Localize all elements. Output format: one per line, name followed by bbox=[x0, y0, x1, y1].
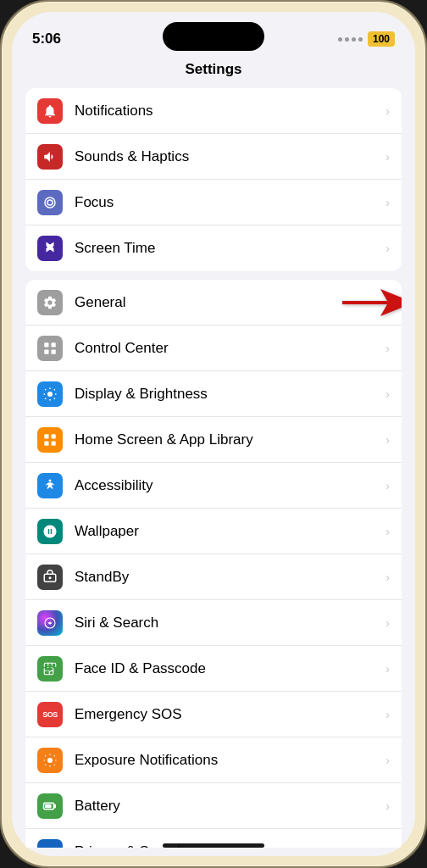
settings-row-display[interactable]: Display & Brightness › bbox=[25, 371, 402, 417]
settings-row-general[interactable]: General › bbox=[25, 280, 402, 326]
settings-row-siri[interactable]: Siri & Search › bbox=[25, 600, 402, 646]
privacy-icon bbox=[37, 839, 63, 848]
settings-row-exposure[interactable]: Exposure Notifications › bbox=[25, 737, 402, 783]
battery-indicator: 100 bbox=[368, 31, 395, 47]
home-screen-icon bbox=[37, 427, 63, 453]
svg-marker-0 bbox=[342, 289, 402, 316]
control-center-chevron: › bbox=[385, 342, 390, 355]
red-arrow-indicator bbox=[338, 286, 402, 320]
dynamic-island bbox=[163, 22, 264, 51]
wallpaper-label: Wallpaper bbox=[75, 523, 379, 540]
settings-group-1: Notifications › Sounds & Haptics › Focus… bbox=[25, 88, 402, 271]
settings-row-accessibility[interactable]: Accessibility › bbox=[25, 463, 402, 509]
wallpaper-icon bbox=[37, 519, 63, 544]
svg-point-10 bbox=[49, 479, 52, 481]
focus-label: Focus bbox=[75, 194, 379, 211]
standby-chevron: › bbox=[385, 570, 390, 584]
emergency-sos-icon: SOS bbox=[37, 702, 63, 727]
svg-rect-9 bbox=[52, 441, 56, 445]
screen-time-icon bbox=[37, 236, 63, 261]
display-label: Display & Brightness bbox=[75, 386, 379, 403]
display-icon bbox=[37, 381, 63, 407]
status-right: 100 bbox=[338, 31, 395, 47]
svg-rect-8 bbox=[44, 441, 48, 445]
svg-rect-18 bbox=[45, 804, 52, 808]
signal-dots bbox=[338, 37, 363, 42]
face-id-icon bbox=[37, 656, 63, 682]
sounds-chevron: › bbox=[385, 150, 390, 164]
focus-chevron: › bbox=[385, 196, 390, 209]
signal-dot-4 bbox=[358, 37, 363, 42]
settings-row-emergency-sos[interactable]: SOS Emergency SOS › bbox=[25, 692, 402, 737]
svg-rect-6 bbox=[44, 434, 48, 438]
sounds-icon bbox=[37, 144, 63, 170]
phone-screen: 5:06 100 Settings bbox=[12, 12, 415, 856]
status-bar: 5:06 100 bbox=[12, 12, 415, 54]
face-id-chevron: › bbox=[385, 662, 390, 676]
wallpaper-chevron: › bbox=[385, 525, 390, 538]
notifications-icon bbox=[37, 98, 63, 124]
signal-dot-1 bbox=[338, 37, 342, 42]
settings-row-control-center[interactable]: Control Center › bbox=[25, 326, 402, 371]
svg-rect-4 bbox=[52, 349, 56, 353]
control-center-label: Control Center bbox=[75, 340, 379, 357]
status-time: 5:06 bbox=[32, 31, 61, 47]
svg-rect-7 bbox=[52, 434, 56, 438]
notifications-chevron: › bbox=[385, 104, 390, 118]
focus-icon bbox=[37, 190, 63, 215]
standby-icon bbox=[37, 565, 63, 590]
settings-row-focus[interactable]: Focus › bbox=[25, 180, 402, 225]
svg-point-12 bbox=[49, 576, 52, 579]
siri-icon bbox=[37, 610, 63, 636]
svg-point-15 bbox=[52, 666, 53, 668]
battery-label: Battery bbox=[75, 798, 379, 815]
svg-rect-1 bbox=[44, 342, 48, 347]
home-screen-chevron: › bbox=[385, 433, 390, 447]
siri-label: Siri & Search bbox=[75, 615, 379, 632]
settings-row-wallpaper[interactable]: Wallpaper › bbox=[25, 509, 402, 554]
emergency-sos-label: Emergency SOS bbox=[75, 706, 379, 723]
emergency-sos-chevron: › bbox=[385, 708, 390, 721]
privacy-chevron: › bbox=[385, 845, 390, 848]
face-id-label: Face ID & Passcode bbox=[75, 660, 379, 677]
screen-time-label: Screen Time bbox=[75, 240, 379, 257]
signal-dot-3 bbox=[352, 37, 356, 42]
general-label: General bbox=[75, 294, 318, 311]
signal-dot-2 bbox=[345, 37, 349, 42]
notifications-label: Notifications bbox=[75, 103, 379, 120]
accessibility-chevron: › bbox=[385, 479, 390, 492]
settings-row-battery[interactable]: Battery › bbox=[25, 783, 402, 829]
home-indicator bbox=[163, 843, 264, 848]
settings-row-home-screen[interactable]: Home Screen & App Library › bbox=[25, 417, 402, 463]
battery-icon bbox=[37, 793, 63, 819]
display-chevron: › bbox=[385, 387, 390, 401]
settings-row-notifications[interactable]: Notifications › bbox=[25, 88, 402, 134]
settings-row-screen-time[interactable]: Screen Time › bbox=[25, 225, 402, 271]
sounds-label: Sounds & Haptics bbox=[75, 148, 379, 165]
control-center-icon bbox=[37, 336, 63, 361]
settings-row-face-id[interactable]: Face ID & Passcode › bbox=[25, 646, 402, 692]
svg-rect-2 bbox=[52, 342, 56, 347]
phone-frame: 5:06 100 Settings bbox=[0, 0, 427, 868]
exposure-label: Exposure Notifications bbox=[75, 752, 379, 769]
accessibility-icon bbox=[37, 473, 63, 498]
exposure-icon bbox=[37, 748, 63, 773]
svg-point-16 bbox=[47, 758, 53, 763]
svg-rect-3 bbox=[44, 349, 48, 353]
settings-row-sounds[interactable]: Sounds & Haptics › bbox=[25, 134, 402, 180]
svg-point-14 bbox=[47, 666, 49, 668]
standby-label: StandBy bbox=[75, 569, 379, 586]
settings-content[interactable]: Notifications › Sounds & Haptics › Focus… bbox=[12, 88, 415, 848]
general-icon bbox=[37, 290, 63, 315]
battery-chevron: › bbox=[385, 799, 390, 813]
siri-chevron: › bbox=[385, 616, 390, 630]
screen-time-chevron: › bbox=[385, 242, 390, 255]
exposure-chevron: › bbox=[385, 754, 390, 767]
page-title: Settings bbox=[12, 54, 415, 88]
home-screen-label: Home Screen & App Library bbox=[75, 431, 379, 448]
settings-group-2: General › Control Center › bbox=[25, 280, 402, 848]
svg-point-5 bbox=[47, 392, 53, 397]
settings-row-standby[interactable]: StandBy › bbox=[25, 554, 402, 600]
accessibility-label: Accessibility bbox=[75, 477, 379, 494]
